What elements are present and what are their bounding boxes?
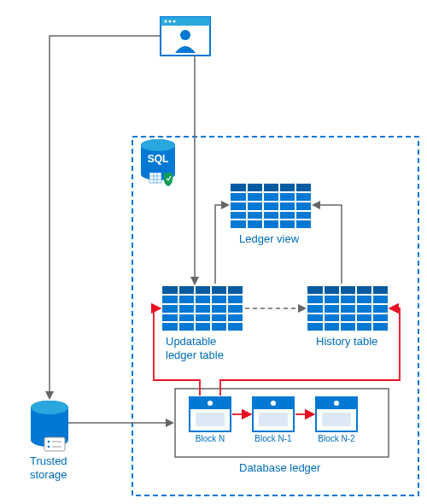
ledger-view-label: Ledger view — [239, 232, 299, 246]
svg-rect-11 — [149, 173, 161, 183]
ledger-view-table-icon — [231, 184, 311, 228]
trusted-storage-icon — [31, 401, 68, 451]
svg-point-65 — [48, 446, 50, 448]
updatable-table-icon — [162, 286, 243, 331]
block-n-icon — [190, 397, 231, 431]
diagram-canvas: SQL — [0, 0, 427, 504]
block-n-label: Block N — [190, 434, 231, 443]
history-table-label: History table — [316, 335, 377, 349]
svg-point-4 — [173, 21, 176, 23]
svg-rect-62 — [44, 437, 65, 451]
svg-point-57 — [334, 401, 339, 406]
svg-rect-48 — [196, 413, 225, 426]
svg-point-2 — [165, 21, 167, 23]
updatable-table-label: Updatable ledger table — [166, 335, 224, 361]
history-table-icon — [307, 286, 388, 331]
svg-point-3 — [169, 21, 172, 23]
block-n1-label: Block N-1 — [253, 434, 294, 443]
svg-point-63 — [48, 441, 50, 443]
diagram-svg: SQL — [0, 0, 427, 504]
sql-database-icon: SQL — [141, 139, 175, 186]
block-n2-icon — [316, 397, 357, 431]
trusted-storage-label: Trusted storage — [30, 454, 67, 481]
arrow-updatable-to-view — [215, 205, 228, 284]
block-n2-label: Block N-2 — [316, 434, 357, 443]
arrow-history-to-view — [313, 205, 342, 284]
svg-rect-1 — [161, 17, 210, 26]
svg-point-5 — [180, 30, 190, 40]
svg-point-49 — [208, 401, 213, 406]
svg-rect-56 — [322, 413, 351, 426]
svg-text:SQL: SQL — [148, 153, 169, 165]
svg-point-53 — [271, 401, 276, 406]
svg-rect-37 — [307, 286, 388, 295]
svg-rect-17 — [231, 184, 311, 192]
svg-point-61 — [31, 401, 68, 414]
browser-window-icon — [161, 17, 210, 56]
svg-point-9 — [141, 139, 175, 151]
arrow-user-to-storage — [50, 36, 161, 398]
block-n1-icon — [253, 397, 294, 431]
svg-rect-27 — [162, 286, 243, 295]
database-ledger-label: Database ledger — [239, 461, 320, 475]
svg-rect-52 — [259, 413, 288, 426]
